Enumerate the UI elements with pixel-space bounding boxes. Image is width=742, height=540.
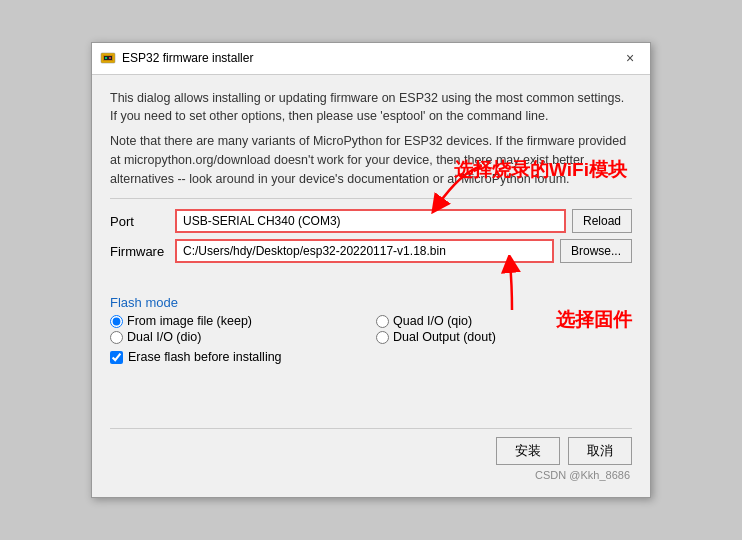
separator xyxy=(110,198,632,199)
app-icon xyxy=(100,50,116,66)
watermark: CSDN @Kkh_8686 xyxy=(110,469,632,483)
port-row: Port Reload xyxy=(110,209,632,233)
firmware-annotation-container: Firmware Browse... 选择固件 xyxy=(110,239,632,263)
radio-dual-io[interactable]: Dual I/O (dio) xyxy=(110,330,366,344)
radio-dual-io-label: Dual I/O (dio) xyxy=(127,330,201,344)
svg-point-3 xyxy=(105,57,107,59)
port-label: Port xyxy=(110,214,175,229)
button-row: 安装 取消 xyxy=(110,428,632,469)
firmware-annotation-text: 选择固件 xyxy=(556,307,632,333)
desc-line1: This dialog allows installing or updatin… xyxy=(110,89,632,127)
flash-mode-section: Flash mode From image file (keep) Quad I… xyxy=(110,295,632,364)
svg-point-4 xyxy=(109,57,111,59)
install-button[interactable]: 安装 xyxy=(496,437,560,465)
window-title: ESP32 firmware installer xyxy=(122,51,253,65)
reload-button[interactable]: Reload xyxy=(572,209,632,233)
radio-quad-io-label: Quad I/O (qio) xyxy=(393,314,472,328)
radio-group: From image file (keep) Quad I/O (qio) Du… xyxy=(110,314,632,344)
browse-button[interactable]: Browse... xyxy=(560,239,632,263)
close-button[interactable]: × xyxy=(618,48,642,68)
wifi-annotation-text: 选择烧录的WiFi模块 xyxy=(454,157,627,183)
radio-quad-io-input[interactable] xyxy=(376,315,389,328)
radio-dual-output-label: Dual Output (dout) xyxy=(393,330,496,344)
port-annotation-container: 选择烧录的WiFi模块 Port Reload xyxy=(110,209,632,233)
radio-from-image-label: From image file (keep) xyxy=(127,314,252,328)
main-dialog: ESP32 firmware installer × This dialog a… xyxy=(91,42,651,499)
annotation-spacer xyxy=(110,269,632,287)
firmware-arrow-svg xyxy=(472,255,552,315)
flash-mode-label: Flash mode xyxy=(110,295,632,310)
radio-from-image[interactable]: From image file (keep) xyxy=(110,314,366,328)
title-bar: ESP32 firmware installer × xyxy=(92,43,650,75)
radio-dual-output-input[interactable] xyxy=(376,331,389,344)
radio-dual-io-input[interactable] xyxy=(110,331,123,344)
erase-flash-checkbox[interactable] xyxy=(110,351,123,364)
firmware-row: Firmware Browse... xyxy=(110,239,632,263)
radio-from-image-input[interactable] xyxy=(110,315,123,328)
erase-flash-checkbox-label[interactable]: Erase flash before installing xyxy=(110,350,632,364)
firmware-annotation-spacer xyxy=(110,374,632,424)
erase-flash-label: Erase flash before installing xyxy=(128,350,282,364)
dialog-body: This dialog allows installing or updatin… xyxy=(92,75,650,498)
firmware-label: Firmware xyxy=(110,244,175,259)
cancel-button[interactable]: 取消 xyxy=(568,437,632,465)
title-bar-left: ESP32 firmware installer xyxy=(100,50,253,66)
